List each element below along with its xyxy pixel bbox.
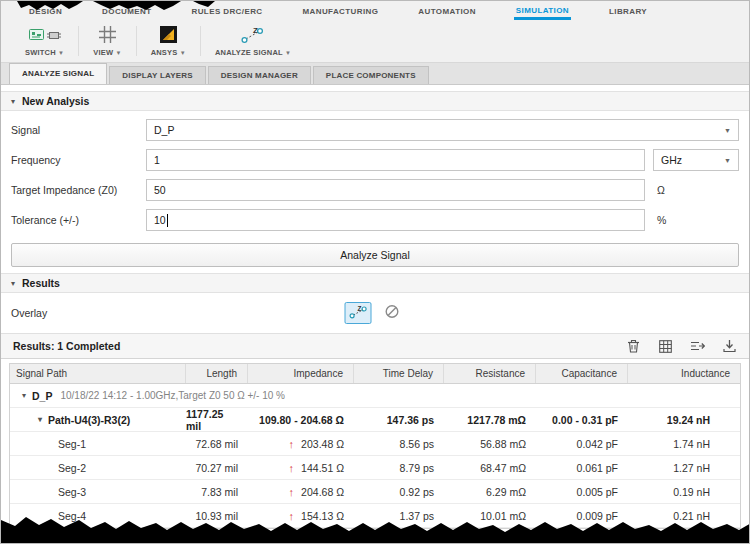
cell-inductance: 1.74 nH: [628, 432, 740, 455]
board-icon: [29, 27, 44, 45]
table-row-segment[interactable]: Seg-2 70.27 mil ↑144.51 Ω 8.79 ps 68.47 …: [10, 456, 740, 480]
tolerance-label: Tolerance (+/-): [11, 214, 146, 226]
column-header-signal-path[interactable]: Signal Path: [10, 364, 186, 383]
ribbon-tab-automation[interactable]: AUTOMATION: [416, 3, 477, 20]
section-title: New Analysis: [22, 95, 89, 107]
collapse-caret-icon: ▾: [11, 279, 15, 288]
cell-time-delay: 8.79 ps: [354, 456, 444, 479]
frequency-input[interactable]: [146, 149, 645, 171]
group-meta: 10/18/22 14:12 - 1.00GHz,Target Z0 50 Ω …: [60, 390, 285, 401]
cell-time-delay: 0.92 ps: [354, 480, 444, 503]
segment-name: Seg-1: [58, 438, 86, 450]
cell-length: 72.68 mil: [186, 432, 248, 455]
collapse-caret-icon: ▾: [11, 97, 15, 106]
frequency-label: Frequency: [11, 154, 146, 166]
cell-length: 70.27 mil: [186, 456, 248, 479]
table-row-segment[interactable]: Seg-3 7.83 mil ↑204.68 Ω 0.92 ps 6.29 mΩ…: [10, 480, 740, 504]
cell-resistance: 1217.78 mΩ: [444, 408, 536, 431]
ribbon-tab-bar: DESIGN DOCUMENT RULES DRC/ERC MANUFACTUR…: [1, 1, 749, 20]
tolerance-input[interactable]: 10: [146, 209, 645, 231]
cell-impedance: 144.51 Ω: [301, 462, 344, 474]
target-impedance-input[interactable]: [146, 179, 645, 201]
cell-time-delay: 8.56 ps: [354, 432, 444, 455]
cell-inductance: 0.21 nH: [628, 504, 740, 527]
frequency-unit-value: GHz: [661, 154, 682, 166]
cell-impedance: 154.13 Ω: [301, 510, 344, 522]
results-section-header[interactable]: ▾ Results: [1, 273, 749, 293]
cell-time-delay: 147.36 ps: [354, 408, 444, 431]
overlay-label: Overlay: [11, 307, 47, 319]
results-table: Signal Path Length Impedance Time Delay …: [9, 363, 741, 529]
switch-tool-button[interactable]: SWITCH ▼: [13, 20, 76, 62]
export-icon[interactable]: [689, 338, 705, 354]
cell-capacitance: 0.00 - 0.31 pF: [536, 408, 628, 431]
tab-place-components[interactable]: PLACE COMPONENTS: [313, 66, 429, 84]
cell-inductance: 19.24 nH: [628, 408, 740, 431]
results-toolbar: Results: 1 Completed: [1, 333, 749, 359]
dropdown-caret-icon: ▼: [58, 50, 64, 56]
download-icon[interactable]: [721, 338, 737, 354]
cell-impedance: 109.80 - 204.68 Ω: [248, 408, 354, 431]
ribbon-tab-design[interactable]: DESIGN: [27, 3, 64, 20]
column-header-time-delay[interactable]: Time Delay: [354, 364, 444, 383]
overlay-on-button[interactable]: Z₀: [345, 302, 372, 324]
signal-row: Signal D_P ▼: [11, 119, 739, 141]
expand-caret-icon[interactable]: ▾: [38, 415, 42, 424]
tab-display-layers[interactable]: DISPLAY LAYERS: [109, 66, 206, 84]
cell-inductance: 0.19 nH: [628, 480, 740, 503]
toolbar-divider: [136, 26, 137, 56]
dropdown-caret-icon: ▼: [724, 127, 731, 134]
ansys-tool-button[interactable]: ANSYS ▼: [139, 20, 198, 62]
analyze-signal-button[interactable]: Analyze Signal: [11, 243, 739, 267]
analyze-signal-tool-button[interactable]: Z₀ ANALYZE SIGNAL ▼: [203, 20, 303, 62]
toolbar-divider: [78, 26, 79, 56]
cell-length: 7.83 mil: [186, 480, 248, 503]
frequency-unit-select[interactable]: GHz ▼: [653, 149, 739, 171]
none-icon: [385, 304, 400, 323]
ribbon-tab-rules[interactable]: RULES DRC/ERC: [190, 3, 265, 20]
view-tool-button[interactable]: VIEW ▼: [81, 20, 133, 62]
grid-icon: [99, 26, 116, 47]
overlay-row: Overlay Z₀: [11, 293, 739, 333]
table-row-segment[interactable]: Seg-4 10.93 mil ↑154.13 Ω 1.37 ps 10.01 …: [10, 504, 740, 528]
group-name: D_P: [32, 390, 52, 402]
column-header-capacitance[interactable]: Capacitance: [536, 364, 628, 383]
delete-icon[interactable]: [625, 338, 641, 354]
column-header-length[interactable]: Length: [186, 364, 248, 383]
signal-select[interactable]: D_P ▼: [146, 119, 739, 141]
new-analysis-section-header[interactable]: ▾ New Analysis: [1, 91, 749, 111]
dropdown-caret-icon: ▼: [180, 50, 186, 56]
ribbon-tab-simulation[interactable]: SIMULATION: [514, 2, 571, 20]
table-row-group[interactable]: ▾ D_P 10/18/22 14:12 - 1.00GHz,Target Z0…: [10, 384, 740, 408]
ribbon-tab-library[interactable]: LIBRARY: [607, 3, 649, 20]
tolerance-row: Tolerance (+/-) 10 %: [11, 209, 739, 231]
column-header-impedance[interactable]: Impedance: [248, 364, 354, 383]
switch-tool-label: SWITCH: [25, 48, 56, 57]
tab-design-manager[interactable]: DESIGN MANAGER: [208, 66, 311, 84]
ribbon-tab-document[interactable]: DOCUMENT: [100, 3, 153, 20]
tolerance-value: 10: [154, 214, 166, 226]
signal-overlay-icon: Z₀: [348, 304, 368, 323]
ansys-logo-icon: [160, 26, 177, 47]
expand-caret-icon[interactable]: ▾: [22, 391, 26, 400]
ribbon-tab-manufacturing[interactable]: MANUFACTURING: [300, 3, 380, 20]
table-row-path[interactable]: ▾ Path-U4(3)-R3(2) 1177.25 mil 109.80 - …: [10, 408, 740, 432]
overlay-off-button[interactable]: [379, 302, 406, 324]
view-tool-label: VIEW: [93, 48, 113, 57]
footprint-icon: [47, 27, 61, 45]
table-view-icon[interactable]: [657, 338, 673, 354]
segment-name: Seg-4: [58, 510, 86, 522]
cell-impedance: 204.68 Ω: [301, 486, 344, 498]
column-header-inductance[interactable]: Inductance: [628, 364, 740, 383]
target-impedance-label: Target Impedance (Z0): [11, 184, 146, 196]
frequency-row: Frequency GHz ▼: [11, 149, 739, 171]
tab-analyze-signal[interactable]: ANALYZE SIGNAL: [9, 63, 107, 84]
cell-impedance: 203.48 Ω: [301, 438, 344, 450]
cell-length: 1177.25 mil: [186, 408, 248, 431]
impedance-high-icon: ↑: [289, 438, 295, 450]
toolbar: SWITCH ▼ VIEW ▼ ANSYS ▼: [1, 20, 749, 63]
table-row-segment[interactable]: Seg-1 72.68 mil ↑203.48 Ω 8.56 ps 56.88 …: [10, 432, 740, 456]
column-header-resistance[interactable]: Resistance: [444, 364, 536, 383]
panel-tab-bar: ANALYZE SIGNAL DISPLAY LAYERS DESIGN MAN…: [1, 63, 749, 85]
signal-value: D_P: [154, 124, 174, 136]
